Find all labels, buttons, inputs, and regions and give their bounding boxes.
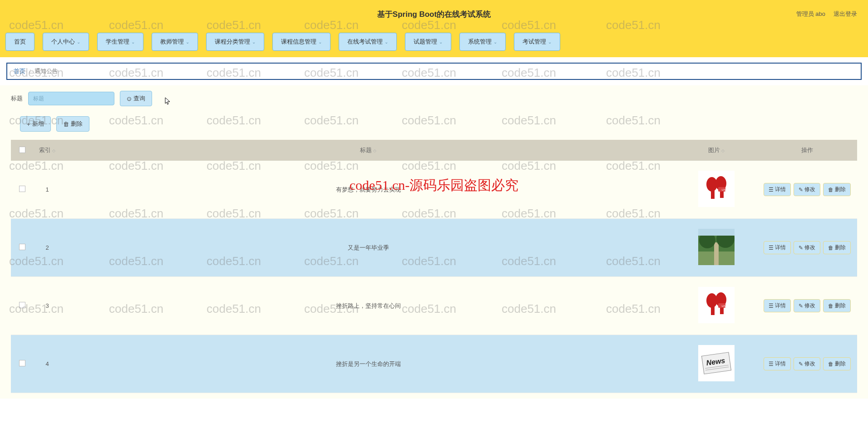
list-icon: ☰: [769, 245, 774, 251]
row-title: 挫折路上，坚持常在心间: [61, 277, 676, 335]
thumbnail: LIVE: [698, 287, 735, 323]
row-delete-button[interactable]: 🗑 删除: [823, 357, 851, 370]
edit-button[interactable]: ✎ 修改: [794, 183, 820, 196]
edit-button[interactable]: ✎ 修改: [794, 241, 820, 254]
nav-item-1[interactable]: 个人中心⌄: [43, 33, 89, 51]
detail-button[interactable]: ☰ 详情: [764, 299, 791, 312]
svg-rect-16: [711, 306, 715, 315]
breadcrumb-home[interactable]: 首页: [14, 67, 25, 75]
row-checkbox[interactable]: [19, 186, 25, 192]
detail-button[interactable]: ☰ 详情: [764, 241, 791, 254]
delete-button[interactable]: 🗑 删除: [56, 116, 89, 132]
detail-button[interactable]: ☰ 详情: [764, 183, 791, 196]
list-icon: ☰: [769, 303, 774, 309]
filter-label: 标题: [11, 94, 23, 103]
table-row: 4 挫折是另一个生命的开端 News ☰ 详情 ✎ 修改 🗑 删除: [11, 335, 857, 393]
action-group: ☰ 详情 ✎ 修改 🗑 删除: [761, 299, 853, 312]
breadcrumb-current: 通知公告: [35, 67, 58, 75]
sort-icon: ◇: [52, 148, 55, 153]
thumbnail: [698, 229, 735, 265]
app-title: 基于Spring Boot的在线考试系统: [377, 9, 491, 20]
table-row: 1 有梦想，就要努力去实现 LIVE ☰ 详情 ✎ 修改 🗑 删除: [11, 161, 857, 219]
trash-icon: 🗑: [828, 187, 833, 193]
trash-icon: 🗑: [828, 361, 833, 367]
chevron-down-icon: ⌄: [439, 39, 443, 44]
list-icon: ☰: [769, 187, 774, 193]
trash-icon: 🗑: [828, 245, 833, 251]
svg-rect-0: [698, 171, 735, 207]
sort-icon: ◇: [373, 148, 376, 153]
thumbnail: News: [698, 345, 735, 381]
search-icon: ⊙: [127, 95, 132, 102]
pencil-icon: ✎: [799, 361, 803, 367]
breadcrumb: 首页 / 通知公告: [6, 63, 862, 80]
row-image: [676, 219, 757, 277]
chevron-down-icon: ⌄: [186, 39, 189, 44]
action-group: ☰ 详情 ✎ 修改 🗑 删除: [761, 183, 853, 196]
nav-item-8[interactable]: 系统管理⌄: [459, 33, 506, 51]
trash-icon: 🗑: [63, 121, 69, 128]
toolbar: + 新增 🗑 删除: [11, 116, 857, 132]
row-index: 1: [34, 161, 61, 219]
nav-item-9[interactable]: 考试管理⌄: [514, 33, 560, 51]
chevron-down-icon: ⌄: [77, 39, 80, 44]
row-index: 2: [34, 219, 61, 277]
row-checkbox[interactable]: [19, 360, 25, 366]
chevron-down-icon: ⌄: [385, 39, 388, 44]
pencil-icon: ✎: [799, 187, 803, 193]
header-right: 管理员 abo 退出登录: [796, 10, 857, 18]
row-delete-button[interactable]: 🗑 删除: [823, 299, 851, 312]
svg-rect-3: [711, 190, 715, 199]
svg-rect-13: [698, 287, 735, 323]
row-title: 有梦想，就要努力去实现: [61, 161, 676, 219]
svg-rect-12: [698, 229, 735, 236]
action-group: ☰ 详情 ✎ 修改 🗑 删除: [761, 357, 853, 370]
chevron-down-icon: ⌄: [131, 39, 135, 44]
edit-button[interactable]: ✎ 修改: [794, 357, 820, 370]
row-title: 挫折是另一个生命的开端: [61, 335, 676, 393]
search-button[interactable]: ⊙ 查询: [120, 91, 152, 106]
title-input[interactable]: [28, 92, 114, 105]
admin-label[interactable]: 管理员 abo: [796, 10, 825, 18]
chevron-down-icon: ⌄: [548, 39, 552, 44]
nav-item-3[interactable]: 教师管理⌄: [152, 33, 198, 51]
row-image: LIVE: [676, 161, 757, 219]
select-all-checkbox[interactable]: [19, 147, 25, 153]
data-table: 索引◇ 标题◇ 图片◇ 操作 1 有梦想，就要努力去实现 LIVE ☰ 详情 ✎…: [11, 140, 857, 393]
svg-text:LIVE: LIVE: [722, 188, 728, 191]
logout-link[interactable]: 退出登录: [833, 10, 857, 18]
header-index[interactable]: 索引◇: [34, 140, 61, 161]
nav-item-0[interactable]: 首页: [5, 33, 35, 51]
header-image[interactable]: 图片◇: [676, 140, 757, 161]
row-title: 又是一年毕业季: [61, 219, 676, 277]
add-button[interactable]: + 新增: [20, 116, 51, 132]
header-title[interactable]: 标题◇: [61, 140, 676, 161]
breadcrumb-sep: /: [29, 68, 31, 75]
nav-item-5[interactable]: 课程信息管理⌄: [272, 33, 330, 51]
plus-icon: +: [27, 121, 30, 128]
row-index: 3: [34, 277, 61, 335]
row-checkbox[interactable]: [19, 244, 25, 250]
nav-item-4[interactable]: 课程分类管理⌄: [206, 33, 264, 51]
chevron-down-icon: ⌄: [493, 39, 497, 44]
svg-text:LIVE: LIVE: [722, 305, 728, 307]
header-action: 操作: [757, 140, 857, 161]
row-delete-button[interactable]: 🗑 删除: [823, 241, 851, 254]
row-image: News: [676, 335, 757, 393]
detail-button[interactable]: ☰ 详情: [764, 357, 791, 370]
sort-icon: ◇: [721, 148, 725, 153]
pencil-icon: ✎: [799, 303, 803, 309]
row-checkbox[interactable]: [19, 302, 25, 308]
chevron-down-icon: ⌄: [318, 39, 322, 44]
nav-item-2[interactable]: 学生管理⌄: [97, 33, 143, 51]
svg-rect-9: [714, 242, 719, 265]
edit-button[interactable]: ✎ 修改: [794, 299, 820, 312]
nav-item-7[interactable]: 试题管理⌄: [405, 33, 451, 51]
row-index: 4: [34, 335, 61, 393]
thumbnail: LIVE: [698, 171, 735, 207]
nav-item-6[interactable]: 在线考试管理⌄: [339, 33, 397, 51]
content-area: 标题 ⊙ 查询 + 新增 🗑 删除 索引◇: [0, 85, 868, 399]
chevron-down-icon: ⌄: [252, 39, 256, 44]
trash-icon: 🗑: [828, 303, 833, 309]
row-delete-button[interactable]: 🗑 删除: [823, 183, 851, 196]
